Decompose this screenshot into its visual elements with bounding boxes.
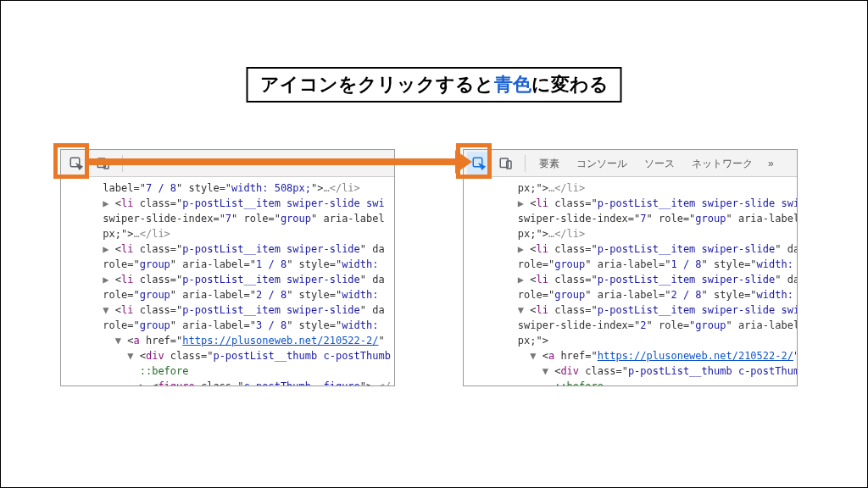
code-line[interactable]: swiper-slide-index="7" role="group" aria…	[66, 211, 394, 226]
explanation-caption: アイコンをクリックすると青色に変わる	[247, 67, 622, 103]
code-line[interactable]: role="group" aria-label="2 / 8" style="w…	[469, 287, 797, 302]
code-line[interactable]: ▼ <div class="p-postList__thumb c-postTh…	[469, 363, 797, 379]
caption-before: アイコンをクリックすると	[260, 74, 494, 95]
code-line[interactable]: ▶ <li class="p-postList__item swiper-sli…	[469, 241, 797, 257]
highlight-frame-left	[53, 143, 89, 179]
code-line[interactable]: px;">	[469, 333, 797, 348]
code-line[interactable]: ▼ <li class="p-postList__item swiper-sli…	[66, 302, 394, 318]
elements-code-right[interactable]: px;">…</li> ▶ <li class="p-postList__ite…	[464, 177, 797, 386]
code-line[interactable]: ▼ <div class="p-postList__thumb c-postTh…	[66, 348, 394, 363]
tab-network[interactable]: ネットワーク	[685, 156, 760, 171]
code-line[interactable]: ::before	[66, 363, 394, 379]
tab-more[interactable]: »	[763, 156, 779, 171]
code-line[interactable]: label="7 / 8" style="width: 508px;">…</l…	[66, 180, 394, 196]
code-line[interactable]: px;">…</li>	[66, 226, 394, 241]
code-line[interactable]: ▶ <figure class="c-postThumb__figure">…<…	[66, 379, 394, 386]
code-line[interactable]: ▼ <a href="https://plusoneweb.net/210522…	[469, 348, 797, 363]
code-line[interactable]: px;">…</li>	[469, 226, 797, 241]
code-line[interactable]: ▶ <li class="p-postList__item swiper-sli…	[469, 272, 797, 287]
code-line[interactable]: swiper-slide-index="7" role="group" aria…	[469, 211, 797, 226]
code-line[interactable]: ▶ <li class="p-postList__item swiper-sli…	[66, 241, 394, 257]
devtools-panel-before: label="7 / 8" style="width: 508px;">…</l…	[60, 149, 395, 386]
device-toggle-button[interactable]	[494, 152, 518, 175]
code-line[interactable]: role="group" aria-label="1 / 8" style="w…	[66, 257, 394, 272]
code-line[interactable]: swiper-slide-index="2" role="group" aria…	[469, 318, 797, 333]
devtools-toolbar: 要素 コンソール ソース ネットワーク »	[464, 150, 797, 177]
tab-sources[interactable]: ソース	[637, 156, 682, 171]
highlight-frame-right	[456, 143, 492, 179]
code-line[interactable]: ▼ <a href="https://plusoneweb.net/210522…	[66, 333, 394, 348]
code-line[interactable]: ▶ <li class="p-postList__item swiper-sli…	[66, 196, 394, 211]
tab-elements[interactable]: 要素	[532, 156, 566, 171]
devtools-panel-after: 要素 コンソール ソース ネットワーク » px;">…</li> ▶ <li …	[463, 149, 798, 386]
code-line[interactable]: px;">…</li>	[469, 180, 797, 196]
caption-highlight: 青色	[494, 74, 531, 95]
code-line[interactable]: role="group" aria-label="2 / 8" style="w…	[66, 287, 394, 302]
toolbar-divider	[525, 155, 526, 172]
code-line[interactable]: ▼ <li class="p-postList__item swiper-sli…	[469, 302, 797, 318]
arrow-shaft	[89, 158, 455, 165]
code-line[interactable]: ::before	[469, 379, 797, 386]
code-line[interactable]: role="group" aria-label="1 / 8" style="w…	[469, 257, 797, 272]
tab-console[interactable]: コンソール	[570, 156, 634, 171]
code-line[interactable]: ▶ <li class="p-postList__item swiper-sli…	[66, 272, 394, 287]
caption-after: に変わる	[531, 74, 609, 95]
code-line[interactable]: ▶ <li class="p-postList__item swiper-sli…	[469, 196, 797, 211]
code-line[interactable]: role="group" aria-label="3 / 8" style="w…	[66, 318, 394, 333]
elements-code-left[interactable]: label="7 / 8" style="width: 508px;">…</l…	[61, 177, 394, 386]
